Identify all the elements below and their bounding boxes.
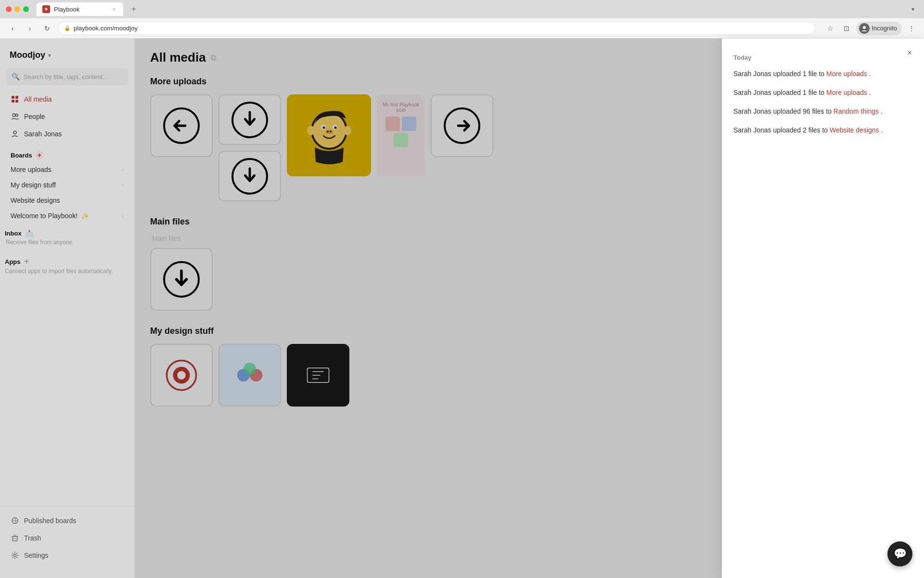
media-card-design-2[interactable] [218,344,281,407]
activity-text-before-3: Sarah Jonas uploaded 96 files to [733,107,834,115]
media-card-download-2[interactable] [218,151,281,201]
settings-icon [11,551,19,560]
sidebar-item-settings[interactable]: Settings [6,547,128,564]
incognito-button[interactable]: Incognito [856,22,902,35]
svg-point-19 [322,127,325,129]
board-item-my-design-stuff[interactable]: My design stuff › [6,178,128,192]
close-traffic-light[interactable] [6,6,12,12]
activity-text-before-1: Sarah Jonas uploaded 1 file to [733,70,826,78]
activity-item-1: Sarah Jonas uploaded 1 file to More uplo… [733,69,912,79]
apps-label[interactable]: Apps [5,258,21,265]
workspace-chevron-icon[interactable]: ▾ [48,52,51,59]
sidebar: Moodjoy ▾ 🔍 Search by title, tags, conte… [0,39,135,578]
download-arrows-group [218,94,281,201]
maximize-traffic-light[interactable] [23,6,29,12]
trash-label: Trash [24,534,41,542]
new-tab-button[interactable]: + [127,2,141,16]
svg-rect-4 [12,100,14,103]
people-icon [11,112,19,121]
activity-text-before-2: Sarah Jonas uploaded 1 file to [733,89,826,96]
media-card-design-1[interactable] [150,344,213,407]
lock-icon: 🔒 [64,25,71,31]
activity-item-2: Sarah Jonas uploaded 1 file to More uplo… [733,88,912,98]
activity-link-1[interactable]: More uploads [826,70,867,78]
forward-button[interactable]: › [23,22,37,35]
svg-point-8 [13,131,16,134]
activity-link-2[interactable]: More uploads [826,89,867,96]
nav-actions: ☆ ⊡ Incognito ⋮ [823,22,918,35]
published-icon [11,516,19,525]
svg-rect-5 [15,100,18,103]
media-card-main-download[interactable] [150,248,213,311]
sidebar-item-all-media[interactable]: All media [6,91,128,107]
tab-view-button[interactable]: ⊡ [840,22,853,35]
activity-text-after-3: . [881,107,883,115]
published-boards-label: Published boards [24,517,76,525]
browser-chrome: Playbook × + ▾ ‹ › ↻ 🔒 playbook.com/mood… [0,0,924,39]
activity-text-after-1: . [869,70,871,78]
tab-close-button[interactable]: × [111,6,117,13]
sidebar-nav: All media People [0,91,134,143]
workspace-name[interactable]: Moodjoy [10,50,45,60]
sidebar-item-people[interactable]: People [6,108,128,125]
media-card-design-3[interactable] [287,344,349,407]
browser-navbar: ‹ › ↻ 🔒 playbook.com/moodjoy ☆ ⊡ Incogni… [0,18,924,39]
activity-section-label: Today [733,54,912,61]
address-bar[interactable]: 🔒 playbook.com/moodjoy [58,22,816,35]
media-card-back-arrow[interactable] [150,94,213,157]
media-card-pink[interactable]: My first Playbook post [377,94,425,176]
sarah-jonas-label: Sarah Jonas [24,130,62,138]
search-placeholder: Search by title, tags, content... [24,73,108,80]
traffic-lights [6,6,29,12]
close-panel-button[interactable]: × [903,46,916,60]
chat-icon: 💬 [894,548,907,560]
inbox-header: Inbox 📩 [5,230,129,237]
svg-point-24 [307,126,315,135]
board-item-more-uploads[interactable]: More uploads › [6,162,128,177]
chat-button[interactable]: 💬 [887,541,912,566]
svg-point-20 [334,127,336,129]
incognito-label: Incognito [872,25,897,32]
minimize-traffic-light[interactable] [14,6,20,12]
sidebar-item-published-boards[interactable]: Published boards [6,512,128,529]
copy-icon[interactable]: ⧉ [211,53,216,62]
refresh-button[interactable]: ↻ [40,22,54,35]
back-button[interactable]: ‹ [6,22,19,35]
svg-point-7 [16,114,18,117]
tab-title: Playbook [54,6,79,13]
search-icon: 🔍 [12,73,20,80]
tab-list-dropdown[interactable]: ▾ [911,6,918,13]
media-card-forward-arrow[interactable] [431,94,493,157]
svg-rect-3 [15,96,18,99]
sidebar-item-trash[interactable]: Trash [6,530,128,546]
menu-button[interactable]: ⋮ [905,22,918,35]
activity-link-4[interactable]: Website designs [830,126,879,134]
activity-text-before-4: Sarah Jonas uploaded 2 files to [733,126,830,134]
board-item-welcome-to-playbook[interactable]: Welcome to Playbook! ✨ › [6,209,128,223]
media-card-mailchimp[interactable] [287,94,371,176]
settings-label: Settings [24,552,49,559]
svg-point-6 [13,114,15,117]
inbox-description: Receive files from anyone. [5,239,129,246]
svg-point-33 [244,363,256,375]
add-app-button[interactable]: + [25,257,29,266]
incognito-avatar [859,23,870,34]
apps-description: Connect apps to import files automatical… [5,268,129,275]
bookmark-button[interactable]: ☆ [823,22,837,35]
svg-rect-2 [12,96,14,99]
svg-point-25 [344,126,351,135]
add-board-button[interactable]: + [35,151,44,159]
svg-point-11 [14,554,16,557]
activity-text-after-2: . [869,89,871,96]
activity-item-3: Sarah Jonas uploaded 96 files to Random … [733,106,912,117]
apps-header: Apps + [5,257,129,266]
inbox-label[interactable]: Inbox [5,230,22,237]
activity-link-3[interactable]: Random things [834,107,879,115]
search-bar[interactable]: 🔍 Search by title, tags, content... [6,68,128,85]
media-card-download-1[interactable] [218,94,281,145]
sidebar-item-sarah-jonas[interactable]: Sarah Jonas [6,126,128,142]
inbox-icon: 📩 [26,230,33,237]
board-item-website-designs[interactable]: Website designs [6,193,128,208]
svg-point-23 [330,131,332,132]
browser-tab[interactable]: Playbook × [37,2,123,16]
